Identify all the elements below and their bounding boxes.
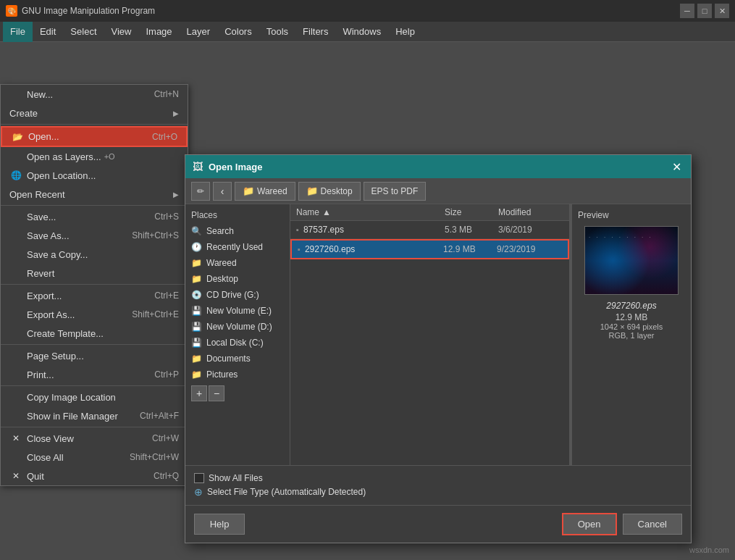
title-bar-text: GNU Image Manipulation Program	[22, 6, 155, 16]
places-remove-btn[interactable]: −	[209, 385, 224, 401]
menu-bar: File Edit Select View Image Layer Colors…	[0, 22, 735, 42]
file-icon-0: ▪	[296, 225, 299, 234]
places-desktop[interactable]: 📁 Desktop	[185, 271, 290, 287]
file-row-1[interactable]: ▪ 2927260.eps 12.9 MB 9/23/2019	[290, 239, 569, 259]
cancel-btn[interactable]: Cancel	[623, 514, 682, 535]
files-header: Name ▲ Size Modified	[290, 204, 569, 221]
file-row-0[interactable]: ▪ 87537.eps 5.3 MB 3/6/2019	[290, 221, 569, 239]
main-area: New... Ctrl+N Create ▶ 📂 Open... Ctrl+O …	[0, 42, 735, 560]
breadcrumb-desktop[interactable]: 📁 Desktop	[298, 182, 361, 201]
menu-select[interactable]: Select	[63, 22, 104, 42]
pics-icon: 📁	[191, 369, 202, 380]
breadcrumb-eps[interactable]: EPS to PDF	[364, 182, 427, 201]
col-size-header[interactable]: Size	[445, 207, 495, 217]
menu-colors[interactable]: Colors	[217, 22, 259, 42]
menu-filters[interactable]: Filters	[295, 22, 335, 42]
recent-icon: 🕐	[191, 242, 202, 252]
menu-view[interactable]: View	[104, 22, 139, 42]
breadcrumb-wareed[interactable]: 📁 Wareed	[235, 182, 295, 201]
file-date-0: 3/6/2019	[498, 225, 563, 235]
open-image-dialog: 🖼 Open Image ✕ ✏ ‹ 📁 Wareed 📁 Desktop EP…	[185, 154, 692, 543]
vol-e-icon: 💾	[191, 306, 202, 316]
dialog-actions: Help Open Cancel	[185, 505, 691, 543]
file-name-0: 87537.eps	[303, 225, 442, 235]
dialog-body: Places 🔍 Search 🕐 Recently Used 📁 Wareed	[185, 204, 691, 465]
places-vol-e[interactable]: 💾 New Volume (E:)	[185, 303, 290, 319]
places-pictures[interactable]: 📁 Pictures	[185, 367, 290, 383]
places-search[interactable]: 🔍 Search	[185, 223, 290, 239]
menu-tools[interactable]: Tools	[259, 22, 295, 42]
preview-label: Preview	[578, 210, 609, 220]
wareed-folder-icon: 📁	[191, 258, 202, 268]
show-all-files-checkbox[interactable]	[194, 473, 204, 483]
minimize-btn[interactable]: ─	[680, 4, 694, 18]
files-panel: Name ▲ Size Modified ▪ 87537.eps	[290, 204, 569, 465]
file-icon-1: ▪	[298, 245, 301, 254]
dialog-close-btn[interactable]: ✕	[669, 159, 684, 174]
desktop-folder-icon: 📁	[191, 274, 202, 284]
dialog-overlay: 🖼 Open Image ✕ ✏ ‹ 📁 Wareed 📁 Desktop EP…	[0, 42, 735, 560]
dialog-title-icon: 🖼	[193, 161, 203, 172]
col-name-header[interactable]: Name ▲	[296, 207, 442, 217]
edit-location-btn[interactable]: ✏	[191, 182, 210, 201]
cd-icon: 💿	[191, 290, 202, 300]
title-bar-controls: ─ □ ✕	[680, 4, 729, 18]
vol-d-icon: 💾	[191, 322, 202, 332]
docs-icon: 📁	[191, 354, 202, 364]
places-header-label: Places	[191, 210, 217, 220]
preview-filename: 2927260.eps	[606, 301, 656, 311]
menu-help[interactable]: Help	[388, 22, 422, 42]
preview-image	[584, 226, 679, 295]
menu-image[interactable]: Image	[138, 22, 179, 42]
preview-dimensions: 1042 × 694 pixels	[600, 322, 663, 331]
dialog-options: Show All Files ⊕ Select File Type (Autom…	[185, 465, 691, 505]
app-icon: 🎨	[6, 5, 17, 17]
sort-icon: ▲	[322, 207, 331, 217]
help-btn[interactable]: Help	[194, 514, 245, 535]
show-all-files-row: Show All Files	[194, 472, 682, 485]
back-btn[interactable]: ‹	[213, 182, 232, 201]
places-recently-used[interactable]: 🕐 Recently Used	[185, 239, 290, 255]
places-documents[interactable]: 📁 Documents	[185, 351, 290, 367]
expand-icon[interactable]: ⊕	[194, 486, 203, 498]
dialog-toolbar: ✏ ‹ 📁 Wareed 📁 Desktop EPS to PDF	[185, 178, 691, 204]
close-btn[interactable]: ✕	[715, 4, 729, 18]
menu-edit[interactable]: Edit	[33, 22, 63, 42]
places-local-c[interactable]: 💾 Local Disk (C:)	[185, 335, 290, 351]
open-btn[interactable]: Open	[562, 513, 617, 535]
local-c-icon: 💾	[191, 338, 202, 348]
dialog-titlebar: 🖼 Open Image ✕	[185, 155, 691, 178]
menu-file[interactable]: File	[3, 22, 33, 42]
file-size-1: 12.9 MB	[443, 244, 494, 254]
maximize-btn[interactable]: □	[697, 4, 712, 18]
select-type-label[interactable]: Select File Type (Automatically Detected…	[207, 487, 366, 497]
folder-icon-wareed: 📁	[243, 185, 254, 196]
preview-image-inner	[585, 227, 678, 294]
places-panel: Places 🔍 Search 🕐 Recently Used 📁 Wareed	[185, 204, 290, 465]
preview-panel: Preview 2927260.eps 12.9 MB 1042 × 694 p…	[571, 204, 691, 465]
file-name-1: 2927260.eps	[305, 244, 440, 254]
file-size-0: 5.3 MB	[445, 225, 495, 235]
preview-filesize: 12.9 MB	[616, 312, 648, 322]
places-add-btn[interactable]: +	[191, 385, 207, 401]
title-bar: 🎨 GNU Image Manipulation Program ─ □ ✕	[0, 0, 735, 22]
places-controls: + −	[185, 383, 290, 404]
places-header-row: Places	[185, 207, 290, 223]
places-cd-drive[interactable]: 💿 CD Drive (G:)	[185, 287, 290, 303]
menu-layer[interactable]: Layer	[180, 22, 218, 42]
search-icon: 🔍	[191, 226, 202, 236]
file-date-1: 9/23/2019	[497, 244, 562, 254]
places-vol-d[interactable]: 💾 New Volume (D:)	[185, 319, 290, 335]
menu-windows[interactable]: Windows	[335, 22, 388, 42]
select-file-type-row: ⊕ Select File Type (Automatically Detect…	[194, 485, 682, 499]
show-all-files-label[interactable]: Show All Files	[209, 473, 263, 483]
places-wareed[interactable]: 📁 Wareed	[185, 255, 290, 271]
preview-type: RGB, 1 layer	[609, 331, 655, 340]
folder-icon-desktop: 📁	[306, 185, 318, 196]
dialog-title: Open Image	[209, 162, 262, 172]
col-modified-header[interactable]: Modified	[498, 207, 563, 217]
